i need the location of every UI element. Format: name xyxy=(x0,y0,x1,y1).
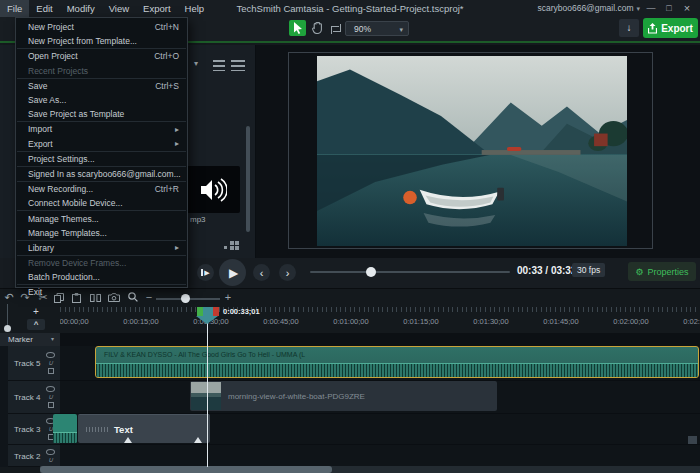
menu-edit[interactable]: Edit xyxy=(29,0,59,17)
text-annotation-clip[interactable]: Text xyxy=(78,414,210,443)
menu-modify[interactable]: Modify xyxy=(60,0,102,17)
playhead-out-handle[interactable] xyxy=(213,307,219,316)
download-button[interactable]: ↓ xyxy=(619,19,639,37)
eye-icon[interactable] xyxy=(46,449,55,455)
menu-help[interactable]: Help xyxy=(178,0,212,17)
export-button[interactable]: Export xyxy=(643,18,698,38)
ruler-ticks xyxy=(60,307,700,312)
audio-clip[interactable]: FILV & KEAN DYSSO - All The Good Girls G… xyxy=(95,346,699,378)
audio-clip-label: FILV & KEAN DYSSO - All The Good Girls G… xyxy=(96,347,698,358)
ruler-label: 0:00:45;00 xyxy=(251,317,311,326)
text-clip-label: Text xyxy=(114,424,133,435)
ruler-label: 0:00:15;00 xyxy=(111,317,171,326)
seek-slider-track[interactable] xyxy=(310,271,510,273)
add-track-button[interactable]: + xyxy=(27,306,45,317)
pan-tool-button[interactable] xyxy=(309,20,326,36)
track-header-4[interactable]: Track 4 ∪ xyxy=(8,381,60,414)
submenu-arrow-icon: ▸ xyxy=(175,243,179,252)
play-icon: ▶ xyxy=(229,266,238,280)
next-button[interactable]: › xyxy=(279,264,296,281)
menu-item-export[interactable]: Export ▸ xyxy=(16,137,187,151)
audio-waveform xyxy=(96,363,698,377)
menu-item-new-project[interactable]: New Project Ctrl+N xyxy=(16,20,187,34)
timeline-hscrollbar-thumb[interactable] xyxy=(40,466,332,473)
track-lane-2[interactable] xyxy=(60,445,700,467)
callout-marker-icon[interactable] xyxy=(194,437,202,443)
chevron-down-icon: ▾ xyxy=(51,333,54,346)
canvas-zoom-select[interactable]: 90% ▾ xyxy=(345,21,409,36)
grid-view-icon[interactable] xyxy=(224,241,240,252)
maximize-button[interactable]: □ xyxy=(660,0,678,17)
timeline-ruler[interactable]: 0:00:00;00 0:00:15;00 0:00:30;00 0:00:45… xyxy=(60,307,700,332)
shortcut: Ctrl+S xyxy=(155,81,179,91)
menu-item-save[interactable]: Save Ctrl+S xyxy=(16,79,187,93)
menu-file[interactable]: File xyxy=(0,0,29,17)
playhead-line[interactable] xyxy=(207,316,208,467)
properties-button[interactable]: ⚙ Properties xyxy=(628,262,696,281)
magnet-icon[interactable]: ∪ xyxy=(48,394,53,400)
eye-icon[interactable] xyxy=(46,352,55,358)
track-toggles: ∪ xyxy=(46,386,55,408)
track-toggles: ∪ xyxy=(46,352,55,374)
menu-item-connect-mobile-device[interactable]: Connect Mobile Device... xyxy=(16,196,187,210)
detail-view-icon[interactable] xyxy=(231,60,245,71)
menu-view[interactable]: View xyxy=(102,0,136,17)
step-play-button[interactable]: ▶ xyxy=(197,264,214,281)
media-bin-scrollbar[interactable] xyxy=(246,126,250,232)
track-header-2[interactable]: Track 2 ∪ xyxy=(8,445,60,467)
audio-waveform xyxy=(53,432,77,443)
playhead-handle[interactable] xyxy=(203,307,213,316)
menu-item-manage-templates[interactable]: Manage Templates... xyxy=(16,226,187,240)
collapse-tracks-button[interactable]: ^ xyxy=(27,319,45,330)
minimize-button[interactable]: — xyxy=(642,0,660,17)
menu-item-library[interactable]: Library ▸ xyxy=(16,241,187,255)
track-height-slider-handle[interactable] xyxy=(4,325,11,332)
lock-icon[interactable] xyxy=(48,402,54,408)
video-preview-image[interactable] xyxy=(317,56,627,246)
track-name: Track 5 xyxy=(14,359,40,368)
video-clip[interactable]: morning-view-of-white-boat-PDG9ZRE xyxy=(190,381,497,411)
lock-icon[interactable] xyxy=(48,368,54,374)
close-button[interactable]: × xyxy=(678,0,696,17)
shortcut: Ctrl+O xyxy=(154,51,179,61)
menu-item-project-settings[interactable]: Project Settings... xyxy=(16,152,187,166)
undo-button[interactable]: ↶ xyxy=(2,291,16,304)
audio-snippet-clip[interactable] xyxy=(53,414,77,443)
menu-item-manage-themes[interactable]: Manage Themes... xyxy=(16,211,187,225)
menu-item-exit[interactable]: Exit xyxy=(16,285,187,299)
gear-icon: ⚙ xyxy=(635,267,643,277)
media-audio-item[interactable] xyxy=(186,166,240,213)
callout-marker-icon[interactable] xyxy=(124,437,132,443)
menu-item-save-as[interactable]: Save As... xyxy=(16,93,187,107)
crop-tool-button[interactable] xyxy=(327,20,344,36)
track-header-5[interactable]: Track 5 ∪ xyxy=(8,346,60,381)
previous-button[interactable]: ‹ xyxy=(253,264,270,281)
menu-item-signed-in[interactable]: Signed In as scaryboo666@gmail.com... xyxy=(16,167,187,181)
eye-icon[interactable] xyxy=(46,386,55,392)
properties-button-label: Properties xyxy=(648,267,689,277)
menu-item-new-project-from-template[interactable]: New Project from Template... xyxy=(16,34,187,48)
track-name: Track 4 xyxy=(14,393,40,402)
list-view-icon[interactable] xyxy=(213,60,225,71)
magnet-icon[interactable]: ∪ xyxy=(48,457,53,463)
menu-item-new-recording[interactable]: New Recording... Ctrl+R xyxy=(16,182,187,196)
marker-track: Marker ▾ xyxy=(0,333,700,346)
marker-dropdown[interactable]: Marker ▾ xyxy=(0,333,60,346)
playhead-pointer[interactable] xyxy=(196,316,218,324)
seek-slider-handle[interactable] xyxy=(366,267,376,277)
account-menu[interactable]: scaryboo666@gmail.com▾ xyxy=(537,0,640,17)
cursor-tool-button[interactable] xyxy=(289,20,306,36)
menu-item-remove-device-frames: Remove Device Frames... xyxy=(16,256,187,270)
scrollbar-corner xyxy=(688,436,697,444)
menu-export[interactable]: Export xyxy=(136,0,177,17)
timeline-zoom-in-button[interactable]: + xyxy=(221,291,235,303)
menu-item-import[interactable]: Import ▸ xyxy=(16,122,187,136)
media-sort-dropdown[interactable]: ▾ xyxy=(194,59,198,68)
playhead-time-label: 0:00:33;01 xyxy=(223,307,260,316)
menu-item-save-project-as-template[interactable]: Save Project as Template xyxy=(16,107,187,121)
play-button[interactable]: ▶ xyxy=(219,259,246,286)
magnet-icon[interactable]: ∪ xyxy=(48,360,53,366)
menu-item-open-project[interactable]: Open Project Ctrl+O xyxy=(16,49,187,63)
crop-icon xyxy=(331,24,340,33)
menu-item-batch-production[interactable]: Batch Production... xyxy=(16,270,187,284)
